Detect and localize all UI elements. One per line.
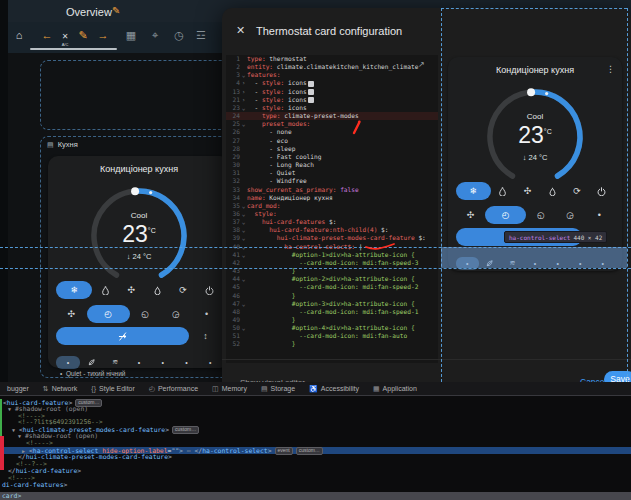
code-line-31[interactable]: 31 - Quiet <box>226 169 438 177</box>
speedometer-slow-button[interactable]: ◶ <box>556 206 585 224</box>
code-line-21[interactable]: 21› - style: icons <box>226 96 438 104</box>
inspector-row[interactable]: di-card-features> <box>0 482 631 489</box>
code-line-49[interactable]: 49 } <box>226 316 438 324</box>
power-button[interactable] <box>196 281 222 299</box>
climate-card-preview[interactable]: Кондиціонер кухня⋮ Cool23°C↓ 24 °C❄✣⟳✣◴◵… <box>448 57 622 271</box>
pencil-icon[interactable]: ✎ <box>74 29 92 42</box>
speedometer-medium-button[interactable]: ◵ <box>526 206 555 224</box>
lamp-icon[interactable]: ☲ <box>192 29 210 42</box>
code-line-46[interactable]: 46 } <box>226 292 438 300</box>
devtools-bottom-row[interactable]: card> <box>0 492 631 500</box>
dot-small-button[interactable]: • <box>585 206 614 224</box>
speedometer-button[interactable]: ◴ <box>485 206 526 224</box>
devtools-tab-storage[interactable]: ▤Storage <box>254 382 302 396</box>
code-line-26[interactable]: 26 - none <box>226 128 438 136</box>
speedometer-button[interactable]: ◴ <box>87 305 130 323</box>
snowflake-button[interactable]: ❄ <box>56 281 92 299</box>
card-menu-icon[interactable]: ⋮ <box>606 64 615 74</box>
hvac-icon[interactable]: ✕A/C <box>56 29 74 48</box>
speedometer-slow-button[interactable]: ◶ <box>161 305 192 323</box>
water-button[interactable] <box>540 182 565 200</box>
dot-button[interactable]: • <box>591 257 614 270</box>
dot-button[interactable]: • <box>175 356 199 369</box>
leaf-button[interactable] <box>479 257 502 270</box>
devtools-inspector-tree[interactable]: <hui-card-feature>custom…▼#shadow-root (… <box>0 397 631 492</box>
remote-icon[interactable]: ⌖ <box>146 29 164 42</box>
edit-dashboard-pencil-icon[interactable]: ✎ <box>112 5 120 16</box>
dot-button[interactable]: • <box>56 356 80 369</box>
inspector-row[interactable]: ▼#shadow-root (open) <box>0 406 631 413</box>
speedometer-medium-button[interactable]: ◵ <box>130 305 161 323</box>
section-header-kitchen[interactable]: ▤Кухня <box>47 140 78 149</box>
code-line-25[interactable]: 25⌄ preset_modes: <box>226 120 438 128</box>
code-line-37[interactable]: 37⌄ hui-card-features $: <box>226 218 438 226</box>
code-line-45[interactable]: 45 --card-mod-icon: mdi:fan-speed-2 <box>226 283 438 291</box>
swing-off-button[interactable] <box>56 327 189 345</box>
media-panel-icon[interactable]: ▦ <box>122 29 140 42</box>
inspector-row[interactable]: <hui-card-feature>custom… <box>0 399 631 406</box>
code-line-32[interactable]: 32 - Windfree <box>226 177 438 185</box>
code-line-48[interactable]: 48 --card-mod-icon: mdi:fan-speed-1 <box>226 308 438 316</box>
inspector-row[interactable]: </hui-card-feature> <box>0 468 631 475</box>
leaf-button[interactable] <box>80 356 104 369</box>
windfree-button[interactable]: ≋ <box>501 257 524 270</box>
dot-button[interactable]: • <box>524 257 547 270</box>
arrow-right-icon[interactable]: → <box>94 29 112 41</box>
dot-button[interactable]: • <box>127 356 151 369</box>
code-line-38[interactable]: 38⌄ hui-card-feature:nth-child(4) $: <box>226 226 438 234</box>
autorenew-button[interactable]: ⟳ <box>565 182 590 200</box>
code-line-27[interactable]: 27 - eco <box>226 137 438 145</box>
dot-small-button[interactable]: • <box>191 305 222 323</box>
code-line-30[interactable]: 30 - Long Reach <box>226 161 438 169</box>
code-line-52[interactable]: 52 } <box>226 340 438 348</box>
code-line-28[interactable]: 28 - sleep <box>226 145 438 153</box>
editor-expand-icon[interactable]: ↗ <box>418 60 425 69</box>
code-line-43[interactable]: 43 } <box>226 267 438 275</box>
water-percent-button[interactable] <box>92 281 118 299</box>
home-icon[interactable]: ⌂ <box>10 29 28 41</box>
code-line-40[interactable]: 40⌄ ha-control-select$: | <box>226 243 438 251</box>
fan-plus-button[interactable]: ✣ <box>56 305 87 323</box>
dot-button[interactable]: • <box>198 356 222 369</box>
snowflake-button[interactable]: ❄ <box>456 182 491 200</box>
code-line-35[interactable]: 35⌄card_mod: <box>226 202 438 210</box>
arrow-updown-button[interactable]: ↕ <box>189 327 222 345</box>
fan-button[interactable]: ✣ <box>515 182 540 200</box>
dot-button[interactable]: • <box>546 257 569 270</box>
autorenew-button[interactable]: ⟳ <box>170 281 196 299</box>
code-line-39[interactable]: 39⌄ hui-climate-preset-modes-card-featur… <box>226 234 438 242</box>
code-line-41[interactable]: 41⌄ #option-1>div>ha-attribute-icon { <box>226 251 438 259</box>
code-line-29[interactable]: 29 - Fast cooling <box>226 153 438 161</box>
close-icon[interactable]: ✕ <box>236 24 245 37</box>
code-line-2[interactable]: 2 entity: climate.climatekitchen_kitchen… <box>226 63 438 71</box>
dot-button[interactable]: • <box>151 356 175 369</box>
climate-card-dashboard[interactable]: Кондиціонер кухня Cool23°C↓ 24 °C❄✣⟳✣◴◵◶… <box>48 156 230 368</box>
code-line-36[interactable]: 36⌄ style: <box>226 210 438 218</box>
code-line-51[interactable]: 51 --card-mod-icon: mdi:fan-auto <box>226 332 438 340</box>
inspector-row[interactable]: <!----> <box>0 475 631 482</box>
devtools-tab-style-editor[interactable]: {}Style Editor <box>84 382 141 396</box>
inspector-row[interactable]: <!--?--> <box>0 461 631 468</box>
code-line-42[interactable]: 42 --card-mod-icon: mdi:fan-speed-3 <box>226 259 438 267</box>
yaml-code-editor[interactable]: 1 type: thermostat2 entity: climate.clim… <box>226 55 438 363</box>
code-line-1[interactable]: 1 type: thermostat <box>226 55 438 63</box>
code-line-3[interactable]: 3⌄features: <box>226 71 438 79</box>
devtools-tab-network[interactable]: ⇅Network <box>36 382 85 396</box>
arrow-updown-button[interactable]: ↕ <box>582 228 614 246</box>
windfree-button[interactable]: ≋ <box>103 356 127 369</box>
dot-button[interactable]: • <box>456 257 479 270</box>
devtools-tab-accessibility[interactable]: ♿Accessibility <box>302 382 366 396</box>
fan-plus-button[interactable]: ✣ <box>456 206 485 224</box>
code-line-44[interactable]: 44⌄ #option-2>div>ha-attribute-icon { <box>226 275 438 283</box>
code-line-13[interactable]: 13› - style: icons <box>226 88 438 96</box>
power-button[interactable] <box>589 182 614 200</box>
devtools-tab-performance[interactable]: ◴Performance <box>142 382 205 396</box>
schedule-icon[interactable]: ◷ <box>170 29 188 42</box>
code-line-50[interactable]: 50⌄ #option-4>div>ha-attribute-icon { <box>226 324 438 332</box>
inspector-row[interactable]: </hui-climate-preset-modes-card-feature> <box>0 454 631 461</box>
dot-button[interactable]: • <box>569 257 592 270</box>
code-line-24[interactable]: 24 type: climate-preset-modes <box>226 112 438 120</box>
code-line-47[interactable]: 47⌄ #option-3>div>ha-attribute-icon { <box>226 300 438 308</box>
code-line-34[interactable]: 34 name: Кондиціонер кухня <box>226 194 438 202</box>
water-percent-button[interactable] <box>491 182 516 200</box>
